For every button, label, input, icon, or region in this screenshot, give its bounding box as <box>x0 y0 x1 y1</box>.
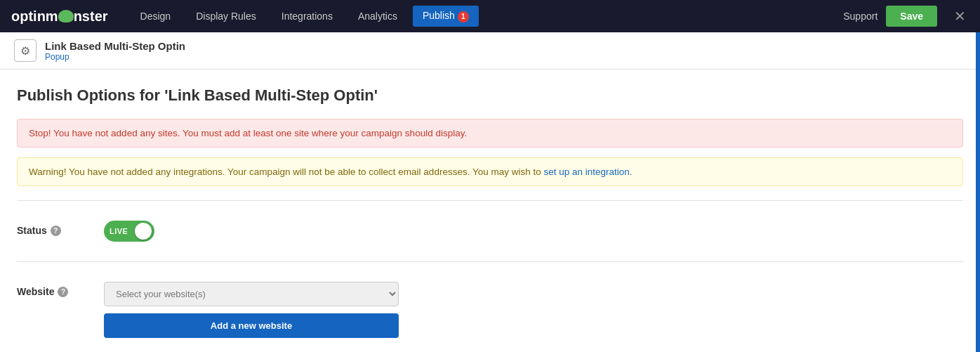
nav-publish[interactable]: Publish1 <box>413 6 479 27</box>
status-row: Status ? LIVE <box>17 215 963 247</box>
campaign-type: Popup <box>45 52 185 62</box>
nav-integrations[interactable]: Integrations <box>272 6 343 26</box>
campaign-title: Link Based Multi-Step Optin <box>45 40 185 52</box>
top-nav: optinmnster Design Display Rules Integra… <box>0 0 980 32</box>
toggle-thumb <box>135 223 152 240</box>
status-label: Status ? <box>17 221 87 236</box>
nav-display-rules[interactable]: Display Rules <box>186 6 266 26</box>
breadcrumb-text: Link Based Multi-Step Optin Popup <box>45 40 185 62</box>
section-divider-1 <box>17 200 963 201</box>
status-help-icon[interactable]: ? <box>51 226 61 236</box>
support-link[interactable]: Support <box>843 11 878 22</box>
alert-warning: Warning! You have not added any integrat… <box>17 157 963 186</box>
status-toggle[interactable]: LIVE <box>104 221 154 242</box>
website-controls: Select your website(s) Add a new website <box>104 282 399 338</box>
page-title: Publish Options for 'Link Based Multi-St… <box>17 86 963 105</box>
campaign-icon: ⚙ <box>14 39 37 62</box>
nav-right: Support Save ✕ <box>843 6 969 27</box>
website-select[interactable]: Select your website(s) <box>104 282 399 306</box>
website-help-icon[interactable]: ? <box>58 287 68 297</box>
alert-danger: Stop! You have not added any sites. You … <box>17 119 963 148</box>
nav-design[interactable]: Design <box>131 6 181 26</box>
main-content: Publish Options for 'Link Based Multi-St… <box>0 70 980 352</box>
logo-text: optinmnster <box>11 8 108 25</box>
publish-badge: 1 <box>458 11 469 22</box>
status-controls: LIVE <box>104 221 154 242</box>
logo: optinmnster <box>11 8 108 25</box>
website-row: Website ? Select your website(s) Add a n… <box>17 276 963 344</box>
integration-link[interactable]: set up an integration. <box>543 167 632 177</box>
add-website-button[interactable]: Add a new website <box>104 313 399 338</box>
nav-analytics[interactable]: Analytics <box>348 6 407 26</box>
save-button[interactable]: Save <box>886 6 937 27</box>
website-label: Website ? <box>17 282 87 297</box>
breadcrumb-bar: ⚙ Link Based Multi-Step Optin Popup <box>0 32 980 70</box>
section-divider-2 <box>17 261 963 262</box>
close-button[interactable]: ✕ <box>951 8 969 25</box>
right-bar <box>976 32 980 352</box>
nav-links: Design Display Rules Integrations Analyt… <box>131 6 844 27</box>
toggle-track[interactable]: LIVE <box>104 221 154 242</box>
toggle-live-label: LIVE <box>110 227 128 235</box>
